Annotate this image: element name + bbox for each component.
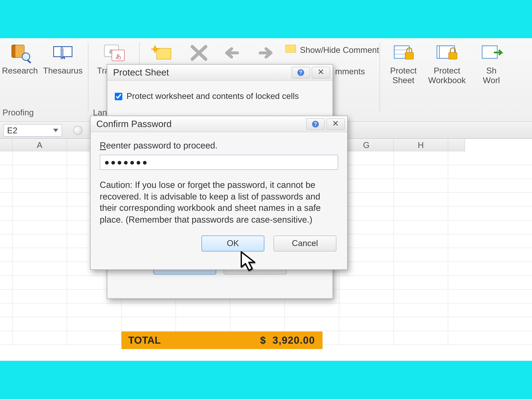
confirm-password-prompt-text: eenter password to proceed.	[106, 140, 218, 150]
fx-button[interactable]	[73, 126, 82, 135]
ribbon-showhide-comment-button[interactable]: Show/Hide Comment	[285, 44, 379, 56]
col-header-A[interactable]: A	[13, 139, 67, 152]
ribbon-comments-label-partial: mments	[335, 67, 365, 76]
name-box-value: E2	[7, 126, 18, 135]
protect-workbook-icon	[434, 42, 460, 63]
close-icon	[317, 68, 324, 76]
confirm-password-close-button[interactable]	[326, 118, 345, 130]
ribbon-thesaurus-label: Thesaurus	[40, 66, 86, 76]
ribbon-protect-workbook-button[interactable]: Protect Workbook	[424, 42, 470, 85]
svg-rect-10	[286, 45, 296, 52]
total-row: TOTAL $ 3,920.00	[121, 331, 323, 349]
svg-rect-17	[449, 52, 457, 59]
confirm-password-title: Confirm Password	[96, 119, 172, 129]
ribbon-protect-sheet-button[interactable]: Protect Sheet	[385, 42, 422, 85]
arrow-right-icon	[253, 42, 279, 63]
protect-sheet-titlebar[interactable]: Protect Sheet ?	[107, 65, 333, 81]
col-header-more[interactable]	[448, 139, 465, 152]
protect-sheet-close-button[interactable]	[312, 66, 330, 78]
protect-locked-cells-input[interactable]	[115, 92, 122, 100]
protect-sheet-help-button[interactable]: ?	[291, 66, 310, 78]
confirm-password-cancel-button[interactable]: Cancel	[273, 235, 336, 251]
confirm-password-dialog: Confirm Password ? Reenter password to p…	[90, 116, 348, 270]
protect-sheet-icon	[391, 42, 416, 63]
confirm-password-prompt: Reenter password to proceed.	[100, 140, 338, 151]
ribbon-showhidecomment-label: Show/Hide Comment	[300, 45, 379, 55]
ribbon-prev-comment-button[interactable]	[218, 42, 247, 66]
help-icon: ?	[312, 120, 319, 127]
confirm-password-help-button[interactable]: ?	[306, 118, 325, 130]
close-icon	[332, 120, 339, 128]
confirm-password-caution: Caution: If you lose or forget the passw…	[100, 179, 338, 225]
svg-rect-3	[27, 60, 31, 63]
col-header-H[interactable]: H	[394, 139, 448, 152]
confirm-password-input[interactable]	[100, 155, 338, 170]
protect-locked-cells-checkbox[interactable]: Protect worksheet and contents of locked…	[115, 91, 325, 101]
total-label: TOTAL	[121, 334, 260, 346]
total-amount: $ 3,920.00	[260, 334, 323, 346]
ribbon-new-comment-button[interactable]	[147, 42, 180, 66]
svg-rect-14	[405, 52, 413, 59]
comment-toggle-icon	[285, 44, 297, 56]
arrow-left-icon	[220, 42, 245, 63]
x-icon	[186, 42, 211, 63]
research-icon	[7, 42, 32, 63]
select-all-corner[interactable]	[0, 139, 13, 152]
confirm-password-titlebar[interactable]: Confirm Password ?	[90, 116, 347, 132]
ribbon-share-workbook-button[interactable]: ShWorl	[473, 42, 510, 85]
ribbon-divider	[88, 42, 89, 112]
ribbon-protect-workbook-label: Protect Workbook	[424, 66, 470, 85]
protect-locked-cells-label: Protect worksheet and contents of locked…	[127, 91, 299, 101]
share-workbook-icon	[479, 42, 504, 63]
thesaurus-icon	[50, 42, 75, 63]
ribbon-next-comment-button[interactable]	[251, 42, 281, 66]
chevron-down-icon	[53, 129, 58, 132]
protect-sheet-title: Protect Sheet	[113, 67, 169, 78]
ribbon-thesaurus-button[interactable]: Thesaurus	[40, 42, 86, 76]
svg-point-2	[22, 53, 29, 60]
help-icon: ?	[298, 69, 304, 76]
mouse-cursor	[240, 251, 260, 274]
name-box[interactable]: E2	[3, 124, 62, 137]
sparkle-note-icon	[151, 42, 176, 63]
ribbon-research-label: Research	[0, 66, 40, 76]
ribbon-divider-3	[380, 42, 380, 112]
ribbon-share-workbook-label: ShWorl	[473, 66, 510, 85]
svg-rect-9	[157, 48, 171, 59]
ribbon-research-button[interactable]: Research	[0, 42, 40, 76]
ribbon-group-proofing: Proofing	[2, 108, 34, 117]
svg-text:あ: あ	[115, 53, 121, 59]
confirm-password-ok-button[interactable]: OK	[202, 235, 264, 251]
translate-icon: aあ	[102, 42, 127, 63]
ribbon-protect-sheet-label: Protect Sheet	[385, 66, 422, 85]
ribbon-delete-comment-button[interactable]	[184, 42, 214, 66]
